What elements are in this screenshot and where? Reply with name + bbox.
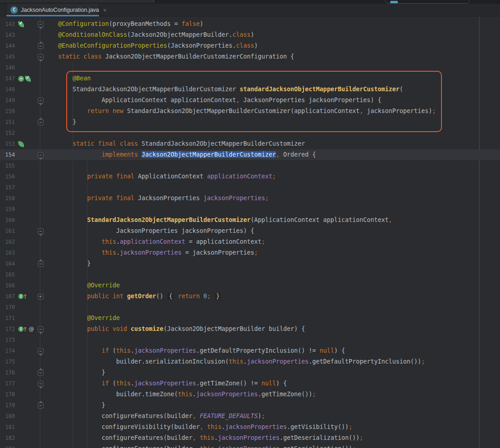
line-number[interactable]: 177 [0,378,16,389]
code-line-154[interactable]: 154−implements Jackson2ObjectMapperBuild… [0,149,500,160]
line-number[interactable]: 144 [0,40,16,51]
line-number[interactable]: 149 [0,95,16,106]
line-number[interactable]: 147 [0,73,16,84]
fold-marker-open[interactable]: − [38,54,44,60]
line-number[interactable]: 182 [0,433,16,443]
line-number[interactable]: 170 [0,302,16,313]
line-number[interactable]: 154 [0,149,16,160]
code-line-178[interactable]: 178builder.timeZone(this.jacksonProperti… [0,389,500,400]
line-number[interactable]: 163 [0,247,16,258]
line-number[interactable]: 157 [0,182,16,193]
code-line-152[interactable]: 152 [0,128,500,138]
line-number[interactable]: 145 [0,51,16,62]
line-number[interactable]: 150 [0,106,16,117]
code-line-175[interactable]: 175builder.serializationInclusion(this.j… [0,356,500,367]
line-number[interactable]: 161 [0,226,16,236]
code-line-179[interactable]: 179−} [0,400,500,411]
line-number[interactable]: 146 [0,62,16,73]
code-line-177[interactable]: 177−if (this.jacksonProperties.getTimeZo… [0,378,500,389]
code-line-143[interactable]: 143@ConditionalOnClass(Jackson2ObjectMap… [0,30,500,40]
fold-marker-open[interactable]: − [38,98,44,103]
line-number[interactable]: 158 [0,193,16,204]
line-number[interactable]: 156 [0,171,16,182]
code-line-142[interactable]: 142✓−@Configuration(proxyBeanMethods = f… [0,19,500,30]
line-number[interactable]: 171 [0,313,16,324]
line-number[interactable]: 162 [0,236,16,247]
tab-jackson-auto-configuration[interactable]: C JacksonAutoConfiguration.java × [6,4,99,16]
line-number[interactable]: 159 [0,204,16,215]
code-line-150[interactable]: 150return new StandardJackson2ObjectMapp… [0,106,500,117]
line-number[interactable]: 152 [0,128,16,138]
line-number[interactable]: 151 [0,117,16,128]
code-line-172[interactable]: 172I↑@−public void customize(Jackson2Obj… [0,324,500,335]
fold-marker-open[interactable]: − [38,348,44,354]
code-line-183[interactable]: 183configureFeatures(builder, this.jacks… [0,443,500,448]
code-line-181[interactable]: 181configureVisibility(builder, this.jac… [0,422,500,433]
line-number[interactable]: 166 [0,280,16,291]
fold-marker-close[interactable]: − [38,370,44,376]
line-number[interactable]: 178 [0,389,16,400]
code-line-167[interactable]: 167I↑+public int getOrder() { return 0; … [0,291,500,302]
code-line-182[interactable]: 182configureFeatures(builder, this.jacks… [0,433,500,443]
code-line-163[interactable]: 163this.jacksonProperties = jacksonPrope… [0,247,500,258]
fold-marker-close[interactable]: − [38,43,44,49]
line-number[interactable]: 179 [0,400,16,411]
code-line-180[interactable]: 180configureFeatures(builder, FEATURE_DE… [0,411,500,422]
fold-marker-open[interactable]: − [38,152,44,158]
code-line-171[interactable]: 171@Override [0,313,500,324]
line-number[interactable]: 181 [0,422,16,433]
line-number[interactable]: 167 [0,291,16,302]
fold-marker-open[interactable]: − [38,228,44,234]
line-number[interactable]: 142 [0,19,16,30]
code-line-166[interactable]: 166@Override [0,280,500,291]
line-number[interactable]: 180 [0,411,16,422]
line-number[interactable]: 155 [0,160,16,171]
fold-marker-close[interactable]: − [38,403,44,409]
code-line-147[interactable]: 147↩✓@Bean [0,73,500,84]
fold-marker-plus[interactable]: + [38,294,44,300]
line-number[interactable]: 153 [0,138,16,149]
line-number[interactable]: 175 [0,356,16,367]
code-line-144[interactable]: 144−@EnableConfigurationProperties(Jacks… [0,40,500,51]
code-line-159[interactable]: 159 [0,204,500,215]
line-number[interactable]: 174 [0,345,16,356]
code-line-160[interactable]: 160StandardJackson2ObjectMapperBuilderCu… [0,215,500,226]
fold-marker-open[interactable]: − [38,21,44,27]
line-number[interactable]: 148 [0,84,16,95]
spring-bean-check-icon[interactable]: ✓ [18,21,24,27]
overrides-method-icon[interactable]: I↑ [18,326,28,332]
spring-bean-icon[interactable] [18,141,24,147]
line-number[interactable]: 173 [0,335,16,345]
line-number[interactable]: 164 [0,258,16,269]
line-number[interactable]: 183 [0,443,16,448]
code-line-162[interactable]: 162this.applicationContext = application… [0,236,500,247]
bean-navigate-icon[interactable]: ↩ [18,76,24,82]
code-line-153[interactable]: 153static final class StandardJackson2Ob… [0,138,500,149]
line-number[interactable]: 172 [0,324,16,335]
code-line-157[interactable]: 157 [0,182,500,193]
code-line-149[interactable]: 149−ApplicationContext applicationContex… [0,95,500,106]
fold-marker-close[interactable]: − [38,119,44,125]
code-line-155[interactable]: 155 [0,160,500,171]
code-line-146[interactable]: 146 [0,62,500,73]
code-line-174[interactable]: 174−if (this.jacksonProperties.getDefaul… [0,345,500,356]
line-number[interactable]: 160 [0,215,16,226]
code-line-148[interactable]: 148StandardJackson2ObjectMapperBuilderCu… [0,84,500,95]
line-number[interactable]: 165 [0,269,16,280]
code-line-170[interactable]: 170 [0,302,500,313]
code-line-173[interactable]: 173 [0,335,500,345]
code-line-161[interactable]: 161−JacksonProperties jacksonProperties)… [0,226,500,236]
fold-marker-open[interactable]: − [38,326,44,332]
code-line-156[interactable]: 156private final ApplicationContext appl… [0,171,500,182]
tab-close-icon[interactable]: × [103,7,107,14]
code-line-164[interactable]: 164−} [0,258,500,269]
fold-marker-close[interactable]: − [38,261,44,267]
code-line-145[interactable]: 145−static class Jackson2ObjectMapperBui… [0,51,500,62]
code-line-151[interactable]: 151−} [0,117,500,128]
spring-bean-check-icon[interactable]: ✓ [25,76,31,82]
toolbar-search-box-sliver[interactable] [385,0,470,4]
code-editor[interactable]: 142✓−@Configuration(proxyBeanMethods = f… [0,17,500,448]
line-number[interactable]: 143 [0,30,16,40]
annotation-icon[interactable]: @ [29,326,34,332]
code-line-176[interactable]: 176−} [0,367,500,378]
